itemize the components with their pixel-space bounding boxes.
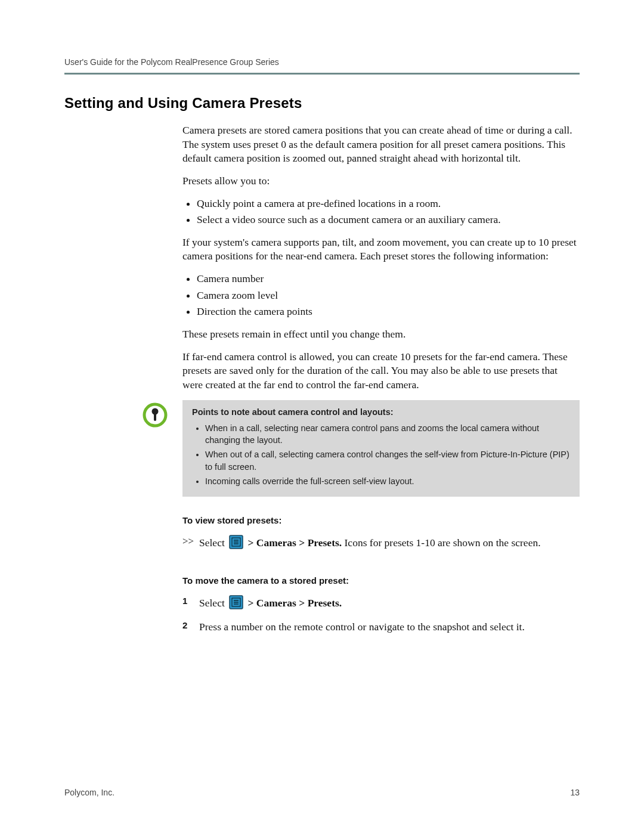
step-row: 1 Select > Cameras > Presets. — [182, 595, 580, 614]
para-intro: Camera presets are stored camera positio… — [182, 123, 580, 166]
step-text: Select > Cameras > Presets. — [199, 595, 580, 614]
note-icon-cell — [64, 400, 182, 430]
body-column: Camera presets are stored camera positio… — [182, 123, 580, 392]
step-text: Press a number on the remote control or … — [199, 620, 580, 634]
page-footer: Polycom, Inc. 13 — [64, 788, 580, 797]
list-preset-stores: Camera number Camera zoom level Directio… — [182, 272, 580, 319]
step-row: >> Select > Cameras > Presets. Icons for… — [182, 535, 580, 553]
list-item: Camera zoom level — [197, 289, 580, 303]
list-item: Select a video source such as a document… — [197, 213, 580, 227]
step-rest: Icons for presets 1-10 are shown on the … — [342, 537, 540, 549]
note-item: When in a call, selecting near camera co… — [205, 422, 570, 447]
running-header: User's Guide for the Polycom RealPresenc… — [64, 57, 580, 75]
list-presets-allow: Quickly point a camera at pre-defined lo… — [182, 197, 580, 227]
word-select: Select — [199, 597, 227, 609]
task-heading-move: To move the camera to a stored preset: — [182, 575, 580, 587]
task-view-block: To view stored presets: >> Select > Came… — [182, 515, 580, 634]
breadcrumb-cameras-presets: > Cameras > Presets. — [245, 597, 342, 609]
svg-rect-2 — [154, 413, 156, 421]
note-title: Points to note about camera control and … — [192, 406, 570, 418]
menu-icon — [229, 535, 243, 553]
note-item: When out of a call, selecting camera con… — [205, 448, 570, 473]
task-heading-view: To view stored presets: — [182, 515, 580, 527]
para-presets-allow: Presets allow you to: — [182, 174, 580, 188]
pin-note-icon — [143, 402, 168, 430]
list-item: Quickly point a camera at pre-defined lo… — [197, 197, 580, 211]
step-text: Select > Cameras > Presets. Icons for pr… — [199, 535, 580, 553]
menu-icon — [229, 595, 243, 614]
note-callout: Points to note about camera control and … — [64, 400, 580, 497]
note-box: Points to note about camera control and … — [182, 400, 580, 497]
para-remain: These presets remain in effect until you… — [182, 327, 580, 342]
list-item: Camera number — [197, 272, 580, 286]
footer-company: Polycom, Inc. — [64, 788, 114, 797]
list-item: Direction the camera points — [197, 305, 580, 319]
step-marker-arrow: >> — [182, 535, 199, 549]
step-number: 1 — [182, 595, 199, 607]
note-item: Incoming calls override the full-screen … — [205, 475, 570, 487]
section-heading: Setting and Using Camera Presets — [64, 95, 580, 112]
step-row: 2 Press a number on the remote control o… — [182, 620, 580, 634]
step-number: 2 — [182, 620, 199, 631]
word-select: Select — [199, 537, 227, 549]
para-ptz: If your system's camera supports pan, ti… — [182, 236, 580, 264]
para-farend: If far-end camera control is allowed, yo… — [182, 350, 580, 392]
footer-page-number: 13 — [570, 788, 580, 797]
breadcrumb-cameras-presets: > Cameras > Presets. — [245, 537, 342, 549]
document-page: User's Guide for the Polycom RealPresenc… — [0, 0, 644, 833]
note-list: When in a call, selecting near camera co… — [192, 422, 570, 487]
